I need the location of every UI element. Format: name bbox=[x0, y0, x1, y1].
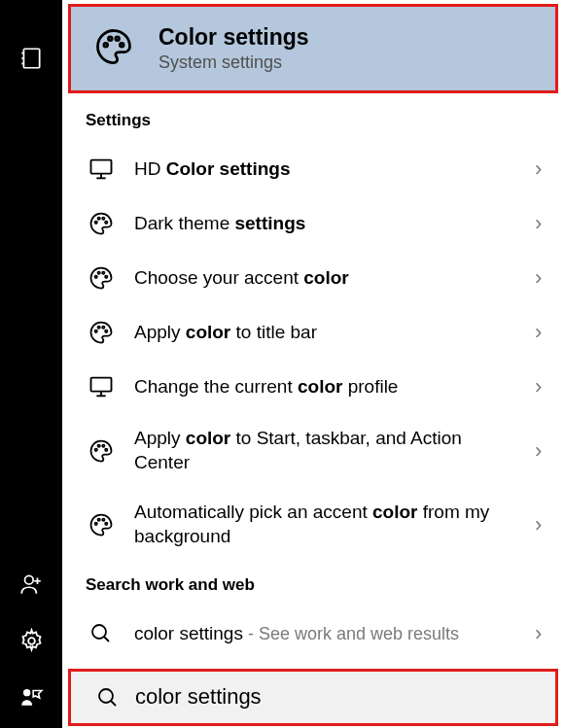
chevron-right-icon: › bbox=[535, 512, 552, 537]
gear-icon[interactable] bbox=[6, 615, 56, 666]
svg-point-19 bbox=[105, 222, 107, 224]
palette-icon bbox=[86, 437, 117, 465]
svg-point-21 bbox=[98, 272, 100, 274]
svg-point-20 bbox=[95, 276, 97, 278]
result-row[interactable]: HD Color settings› bbox=[62, 142, 564, 196]
svg-point-9 bbox=[104, 43, 108, 47]
palette-icon bbox=[86, 319, 117, 346]
result-label: Change the current color profile bbox=[134, 375, 517, 399]
chevron-right-icon: › bbox=[535, 156, 552, 182]
chevron-right-icon: › bbox=[535, 320, 552, 345]
svg-point-38 bbox=[105, 523, 107, 525]
svg-rect-13 bbox=[91, 160, 112, 174]
svg-point-25 bbox=[98, 327, 100, 329]
result-row[interactable]: Automatically pick an accent color from … bbox=[62, 488, 564, 562]
svg-point-27 bbox=[105, 330, 107, 332]
svg-point-8 bbox=[23, 689, 30, 696]
svg-point-24 bbox=[95, 330, 97, 332]
svg-point-34 bbox=[105, 449, 107, 451]
svg-point-23 bbox=[105, 276, 107, 278]
result-label: Apply color to Start, taskbar, and Actio… bbox=[134, 427, 517, 474]
result-label: Automatically pick an accent color from … bbox=[134, 501, 517, 548]
result-row[interactable]: Dark theme settings› bbox=[62, 196, 564, 251]
chevron-right-icon: › bbox=[535, 265, 552, 291]
palette-icon bbox=[86, 511, 117, 538]
svg-point-32 bbox=[98, 445, 100, 447]
svg-point-18 bbox=[102, 218, 104, 220]
svg-point-31 bbox=[95, 449, 97, 451]
chevron-right-icon: › bbox=[535, 621, 552, 646]
result-label: HD Color settings bbox=[134, 157, 517, 182]
section-header: Settings bbox=[62, 97, 564, 142]
palette-icon bbox=[86, 210, 117, 237]
svg-rect-0 bbox=[23, 49, 39, 68]
result-row[interactable]: Apply color to Start, taskbar, and Actio… bbox=[62, 414, 564, 488]
svg-point-33 bbox=[102, 445, 104, 447]
search-input-value: color settings bbox=[135, 683, 542, 711]
result-label: Apply color to title bar bbox=[134, 321, 517, 345]
result-row[interactable]: Choose your accent color› bbox=[62, 251, 564, 305]
best-match-result[interactable]: Color settings System settings bbox=[68, 4, 558, 93]
svg-rect-28 bbox=[91, 378, 112, 392]
chevron-right-icon: › bbox=[535, 211, 552, 236]
svg-point-4 bbox=[25, 575, 34, 584]
svg-point-41 bbox=[99, 689, 113, 703]
svg-point-35 bbox=[95, 523, 97, 525]
search-icon bbox=[92, 686, 123, 710]
svg-point-11 bbox=[116, 37, 120, 41]
best-match-subtitle: System settings bbox=[159, 52, 309, 73]
svg-line-42 bbox=[111, 701, 116, 706]
svg-point-39 bbox=[92, 625, 106, 639]
chevron-right-icon: › bbox=[535, 374, 552, 399]
svg-line-40 bbox=[104, 637, 109, 641]
feedback-icon[interactable] bbox=[6, 672, 56, 722]
section-header: Search work and web bbox=[62, 562, 564, 607]
svg-point-37 bbox=[102, 519, 104, 521]
svg-point-12 bbox=[120, 43, 123, 47]
svg-point-22 bbox=[102, 272, 104, 274]
svg-point-7 bbox=[28, 638, 35, 644]
search-sidebar bbox=[0, 0, 62, 728]
best-match-title: Color settings bbox=[159, 24, 309, 51]
svg-point-16 bbox=[95, 222, 97, 224]
journal-icon[interactable] bbox=[6, 33, 56, 84]
search-icon bbox=[86, 622, 117, 645]
result-label: Dark theme settings bbox=[134, 212, 517, 236]
search-results-panel: Color settings System settings SettingsH… bbox=[62, 0, 564, 728]
result-row[interactable]: Apply color to title bar› bbox=[62, 305, 564, 360]
result-row[interactable]: Change the current color profile› bbox=[62, 360, 564, 414]
people-icon[interactable] bbox=[6, 559, 56, 609]
svg-point-10 bbox=[109, 37, 113, 41]
monitor-icon bbox=[86, 156, 117, 183]
search-input-row[interactable]: color settings bbox=[68, 669, 558, 726]
monitor-icon bbox=[86, 373, 117, 400]
result-row[interactable]: color settings - See work and web result… bbox=[62, 607, 564, 661]
palette-icon bbox=[86, 264, 117, 292]
palette-icon bbox=[92, 25, 139, 72]
svg-point-26 bbox=[102, 327, 104, 329]
svg-point-17 bbox=[98, 218, 100, 220]
result-label: color settings - See work and web result… bbox=[134, 622, 517, 646]
svg-point-36 bbox=[98, 519, 100, 521]
chevron-right-icon: › bbox=[535, 438, 552, 464]
result-label: Choose your accent color bbox=[134, 266, 517, 291]
